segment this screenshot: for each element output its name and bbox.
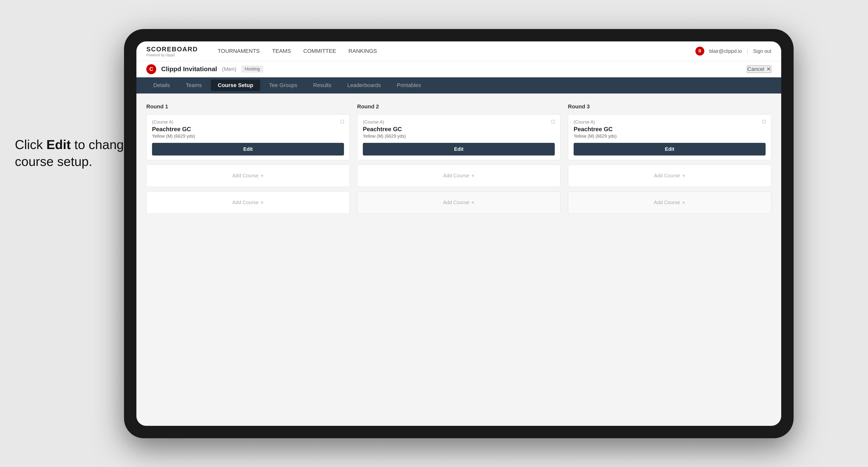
plus-icon-1: +: [260, 173, 264, 179]
tab-leaderboards[interactable]: Leaderboards: [340, 80, 388, 91]
round-2-edit-button[interactable]: Edit: [363, 143, 555, 156]
round-1-column: Round 1 ☐ (Course A) Peachtree GC Yellow…: [146, 103, 350, 218]
nav-links: TOURNAMENTS TEAMS COMMITTEE RANKINGS: [218, 46, 681, 56]
round-1-add-course-1[interactable]: Add Course +: [146, 165, 350, 187]
user-avatar: B: [695, 46, 704, 56]
round-2-course-name: Peachtree GC: [363, 126, 555, 133]
round-3-column: Round 3 ☐ (Course A) Peachtree GC Yellow…: [568, 103, 771, 218]
round-2-add-course-1[interactable]: Add Course +: [357, 165, 560, 187]
nav-link-tournaments[interactable]: TOURNAMENTS: [218, 46, 260, 56]
tournament-logo: C: [146, 64, 156, 74]
plus-icon-5: +: [682, 173, 685, 179]
nav-link-committee[interactable]: COMMITTEE: [303, 46, 336, 56]
plus-icon-6: +: [682, 199, 685, 206]
round-1-course-name: Peachtree GC: [152, 126, 344, 133]
tournament-banner: C Clippd Invitational (Men) Hosting Canc…: [136, 61, 781, 77]
round-3-add-course-2: Add Course +: [568, 191, 771, 214]
tab-tee-groups[interactable]: Tee Groups: [262, 80, 304, 91]
tournament-name: Clippd Invitational: [161, 65, 217, 73]
round-2-title: Round 2: [357, 103, 560, 110]
main-content: Round 1 ☐ (Course A) Peachtree GC Yellow…: [136, 93, 781, 426]
rounds-grid: Round 1 ☐ (Course A) Peachtree GC Yellow…: [146, 103, 771, 218]
nav-right: B blair@clippd.io | Sign out: [695, 46, 771, 56]
tab-teams[interactable]: Teams: [179, 80, 209, 91]
round-1-course-label: (Course A): [152, 120, 344, 125]
round-1-course-card: ☐ (Course A) Peachtree GC Yellow (M) (66…: [146, 114, 350, 160]
nav-separator: |: [747, 49, 748, 54]
tablet-screen: SCOREBOARD Powered by clippd TOURNAMENTS…: [136, 41, 781, 426]
round-2-course-label: (Course A): [363, 120, 555, 125]
tablet-frame: SCOREBOARD Powered by clippd TOURNAMENTS…: [124, 29, 794, 438]
round-3-course-label: (Course A): [574, 120, 766, 125]
tournament-info: C Clippd Invitational (Men) Hosting: [146, 64, 264, 74]
tab-course-setup[interactable]: Course Setup: [211, 80, 260, 91]
round-3-course-name: Peachtree GC: [574, 126, 766, 133]
logo-main-text: SCOREBOARD: [146, 45, 198, 53]
app-logo: SCOREBOARD Powered by clippd: [146, 45, 198, 57]
round-1-title: Round 1: [146, 103, 350, 110]
nav-link-teams[interactable]: TEAMS: [272, 46, 291, 56]
round-1-course-details: Yellow (M) (6629 yds): [152, 134, 344, 139]
round-1-add-course-2[interactable]: Add Course +: [146, 191, 350, 214]
round-3-edit-button[interactable]: Edit: [574, 143, 766, 156]
round-1-edit-button[interactable]: Edit: [152, 143, 344, 156]
cancel-icon: ✕: [766, 66, 771, 72]
tab-details[interactable]: Details: [146, 80, 177, 91]
round-2-course-details: Yellow (M) (6629 yds): [363, 134, 555, 139]
round-2-add-course-2: Add Course +: [357, 191, 560, 214]
tab-bar: Details Teams Course Setup Tee Groups Re…: [136, 77, 781, 93]
round-2-delete-icon[interactable]: ☐: [549, 118, 557, 125]
logo-sub-text: Powered by clippd: [146, 53, 198, 57]
plus-icon-3: +: [471, 173, 474, 179]
tab-results[interactable]: Results: [306, 80, 338, 91]
sign-out-link[interactable]: Sign out: [753, 49, 771, 54]
round-1-delete-icon[interactable]: ☐: [339, 118, 346, 125]
round-2-course-card: ☐ (Course A) Peachtree GC Yellow (M) (66…: [357, 114, 560, 160]
tournament-gender: (Men): [222, 66, 236, 72]
round-3-course-details: Yellow (M) (6629 yds): [574, 134, 766, 139]
round-3-add-course-1[interactable]: Add Course +: [568, 165, 771, 187]
user-email: blair@clippd.io: [709, 49, 742, 54]
tab-printables[interactable]: Printables: [390, 80, 428, 91]
round-3-delete-icon[interactable]: ☐: [760, 118, 768, 125]
cancel-button[interactable]: Cancel ✕: [747, 65, 771, 73]
round-2-column: Round 2 ☐ (Course A) Peachtree GC Yellow…: [357, 103, 560, 218]
round-3-course-card: ☐ (Course A) Peachtree GC Yellow (M) (66…: [568, 114, 771, 160]
hosting-badge: Hosting: [241, 65, 264, 73]
bold-edit: Edit: [46, 137, 71, 152]
round-3-title: Round 3: [568, 103, 771, 110]
nav-link-rankings[interactable]: RANKINGS: [348, 46, 377, 56]
top-navigation: SCOREBOARD Powered by clippd TOURNAMENTS…: [136, 41, 781, 61]
plus-icon-2: +: [260, 199, 264, 206]
plus-icon-4: +: [471, 199, 474, 206]
